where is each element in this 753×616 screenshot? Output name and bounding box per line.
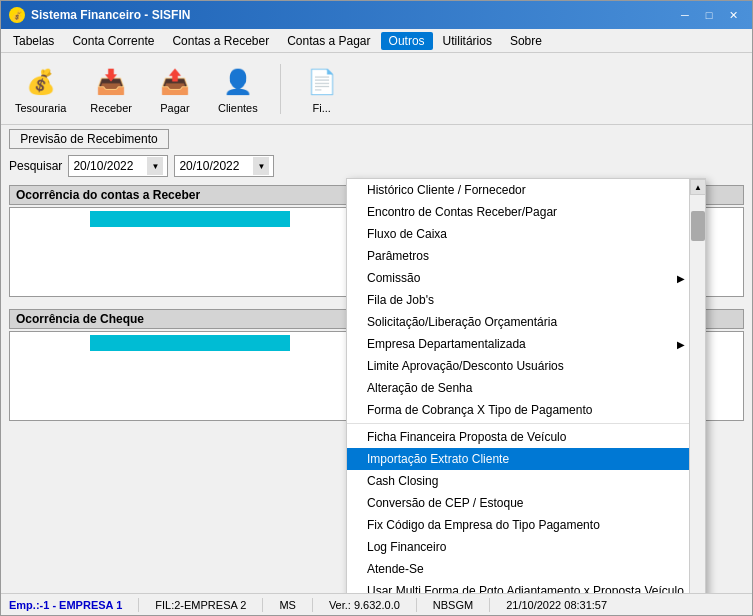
- status-fil: FIL:2-EMPRESA 2: [155, 599, 246, 611]
- dropdown-item-label-log-financeiro: Log Financeiro: [367, 540, 446, 554]
- toolbar: 💰 Tesouraria 📥 Receber 📤 Pagar 👤 Cliente…: [1, 53, 752, 125]
- clientes-label: Clientes: [218, 102, 258, 114]
- status-ms: MS: [279, 599, 296, 611]
- maximize-button[interactable]: □: [698, 6, 720, 24]
- dropdown-item-label-usar-multi: Usar Multi Forma de Pgto Adiantamento x …: [367, 584, 684, 593]
- window-controls: ─ □ ✕: [674, 6, 744, 24]
- tesouraria-icon: 💰: [23, 64, 59, 100]
- status-sep2: [262, 598, 263, 612]
- status-sep3: [312, 598, 313, 612]
- status-datetime: 21/10/2022 08:31:57: [506, 599, 607, 611]
- scroll-thumb[interactable]: [691, 211, 705, 241]
- status-bar: Emp.:-1 - EMPRESA 1 FIL:2-EMPRESA 2 MS V…: [1, 593, 752, 615]
- fi-icon: 📄: [304, 64, 340, 100]
- dropdown-item-atende-se[interactable]: Atende-Se: [347, 558, 705, 580]
- dropdown-item-cash-closing[interactable]: Cash Closing: [347, 470, 705, 492]
- dropdown-menu[interactable]: Histórico Cliente / FornecedorEncontro d…: [346, 178, 706, 593]
- dropdown-item-label-encontro: Encontro de Contas Receber/Pagar: [367, 205, 557, 219]
- dropdown-item-label-parametros: Parâmetros: [367, 249, 429, 263]
- dropdown-item-fluxo-caixa[interactable]: Fluxo de Caixa: [347, 223, 705, 245]
- search-section: Pesquisar 20/10/2022 ▼ 20/10/2022 ▼: [9, 155, 744, 177]
- dropdown-item-empresa-dept[interactable]: Empresa Departamentalizada▶: [347, 333, 705, 355]
- dropdown-separator-11: [347, 423, 705, 424]
- dropdown-item-solicitacao[interactable]: Solicitação/Liberação Orçamentária: [347, 311, 705, 333]
- dropdown-item-label-forma-cobranca: Forma de Cobrança X Tipo de Pagamento: [367, 403, 592, 417]
- dropdown-item-label-ficha-financeira: Ficha Financeira Proposta de Veículo: [367, 430, 566, 444]
- grid-cell-blue-1: [90, 211, 290, 227]
- dropdown-item-importacao-extrato[interactable]: Importação Extrato Cliente: [347, 448, 705, 470]
- date-to-picker[interactable]: ▼: [253, 157, 269, 175]
- status-sep1: [138, 598, 139, 612]
- dropdown-item-label-fix-codigo: Fix Código da Empresa do Tipo Pagamento: [367, 518, 600, 532]
- scroll-up-arrow[interactable]: ▲: [690, 179, 706, 195]
- menu-contas-pagar[interactable]: Contas a Pagar: [279, 32, 378, 50]
- menu-tabelas[interactable]: Tabelas: [5, 32, 62, 50]
- app-icon: 💰: [9, 7, 25, 23]
- menu-conta-corrente[interactable]: Conta Corrente: [64, 32, 162, 50]
- dropdown-item-forma-cobranca[interactable]: Forma de Cobrança X Tipo de Pagamento: [347, 399, 705, 421]
- toolbar-pagar[interactable]: 📤 Pagar: [150, 60, 200, 118]
- toolbar-clientes[interactable]: 👤 Clientes: [212, 60, 264, 118]
- receber-icon: 📥: [93, 64, 129, 100]
- menu-utilitarios[interactable]: Utilitários: [435, 32, 500, 50]
- minimize-button[interactable]: ─: [674, 6, 696, 24]
- toolbar-fi[interactable]: 📄 Fi...: [297, 60, 347, 118]
- menu-outros[interactable]: Outros: [381, 32, 433, 50]
- dropdown-item-label-cash-closing: Cash Closing: [367, 474, 438, 488]
- dropdown-item-label-historico: Histórico Cliente / Fornecedor: [367, 183, 526, 197]
- dropdown-scrollbar[interactable]: ▲ ▼: [689, 179, 705, 593]
- dropdown-item-ficha-financeira[interactable]: Ficha Financeira Proposta de Veículo: [347, 426, 705, 448]
- menu-contas-receber[interactable]: Contas a Receber: [164, 32, 277, 50]
- pagar-icon: 📤: [157, 64, 193, 100]
- date-from-input[interactable]: 20/10/2022 ▼: [68, 155, 168, 177]
- dropdown-item-label-empresa-dept: Empresa Departamentalizada: [367, 337, 526, 351]
- status-ver: Ver.: 9.632.0.0: [329, 599, 400, 611]
- dropdown-item-fix-codigo[interactable]: Fix Código da Empresa do Tipo Pagamento: [347, 514, 705, 536]
- menu-sobre[interactable]: Sobre: [502, 32, 550, 50]
- submenu-arrow-empresa-dept: ▶: [677, 339, 685, 350]
- dropdown-item-label-fila-jobs: Fila de Job's: [367, 293, 434, 307]
- tesouraria-label: Tesouraria: [15, 102, 66, 114]
- toolbar-receber[interactable]: 📥 Receber: [84, 60, 138, 118]
- date-to-input[interactable]: 20/10/2022 ▼: [174, 155, 274, 177]
- status-emp: Emp.:-1 - EMPRESA 1: [9, 599, 122, 611]
- main-window: 💰 Sistema Financeiro - SISFIN ─ □ ✕ Tabe…: [0, 0, 753, 616]
- toolbar-divider: [280, 64, 281, 114]
- main-content: Previsão de Recebimento Pesquisar 20/10/…: [1, 125, 752, 593]
- clientes-icon: 👤: [220, 64, 256, 100]
- dropdown-item-parametros[interactable]: Parâmetros: [347, 245, 705, 267]
- dropdown-item-conversao-cep[interactable]: Conversão de CEP / Estoque: [347, 492, 705, 514]
- pagar-label: Pagar: [160, 102, 189, 114]
- status-sep4: [416, 598, 417, 612]
- status-sep5: [489, 598, 490, 612]
- dropdown-item-encontro[interactable]: Encontro de Contas Receber/Pagar: [347, 201, 705, 223]
- dropdown-item-limite-aprovacao[interactable]: Limite Aprovação/Desconto Usuários: [347, 355, 705, 377]
- dropdown-item-label-fluxo-caixa: Fluxo de Caixa: [367, 227, 447, 241]
- dropdown-item-alteracao-senha[interactable]: Alteração de Senha: [347, 377, 705, 399]
- submenu-arrow-comissao: ▶: [677, 273, 685, 284]
- dropdown-item-label-importacao-extrato: Importação Extrato Cliente: [367, 452, 509, 466]
- toolbar-tesouraria[interactable]: 💰 Tesouraria: [9, 60, 72, 118]
- fi-label: Fi...: [313, 102, 331, 114]
- dropdown-item-comissao[interactable]: Comissão▶: [347, 267, 705, 289]
- dropdown-item-label-atende-se: Atende-Se: [367, 562, 424, 576]
- status-nbsgm: NBSGM: [433, 599, 473, 611]
- receber-label: Receber: [90, 102, 132, 114]
- dropdown-item-label-limite-aprovacao: Limite Aprovação/Desconto Usuários: [367, 359, 564, 373]
- search-label: Pesquisar: [9, 159, 62, 173]
- grid-cell-blue-2: [90, 335, 290, 351]
- dropdown-item-log-financeiro[interactable]: Log Financeiro: [347, 536, 705, 558]
- close-button[interactable]: ✕: [722, 6, 744, 24]
- dropdown-item-fila-jobs[interactable]: Fila de Job's: [347, 289, 705, 311]
- dropdown-item-label-comissao: Comissão: [367, 271, 420, 285]
- date-from-picker[interactable]: ▼: [147, 157, 163, 175]
- preview-button[interactable]: Previsão de Recebimento: [9, 129, 169, 149]
- dropdown-item-label-alteracao-senha: Alteração de Senha: [367, 381, 472, 395]
- dropdown-item-historico[interactable]: Histórico Cliente / Fornecedor: [347, 179, 705, 201]
- window-title: Sistema Financeiro - SISFIN: [31, 8, 190, 22]
- title-bar: 💰 Sistema Financeiro - SISFIN ─ □ ✕: [1, 1, 752, 29]
- dropdown-item-label-solicitacao: Solicitação/Liberação Orçamentária: [367, 315, 557, 329]
- dropdown-item-usar-multi[interactable]: Usar Multi Forma de Pgto Adiantamento x …: [347, 580, 705, 593]
- menu-bar: Tabelas Conta Corrente Contas a Receber …: [1, 29, 752, 53]
- dropdown-item-label-conversao-cep: Conversão de CEP / Estoque: [367, 496, 524, 510]
